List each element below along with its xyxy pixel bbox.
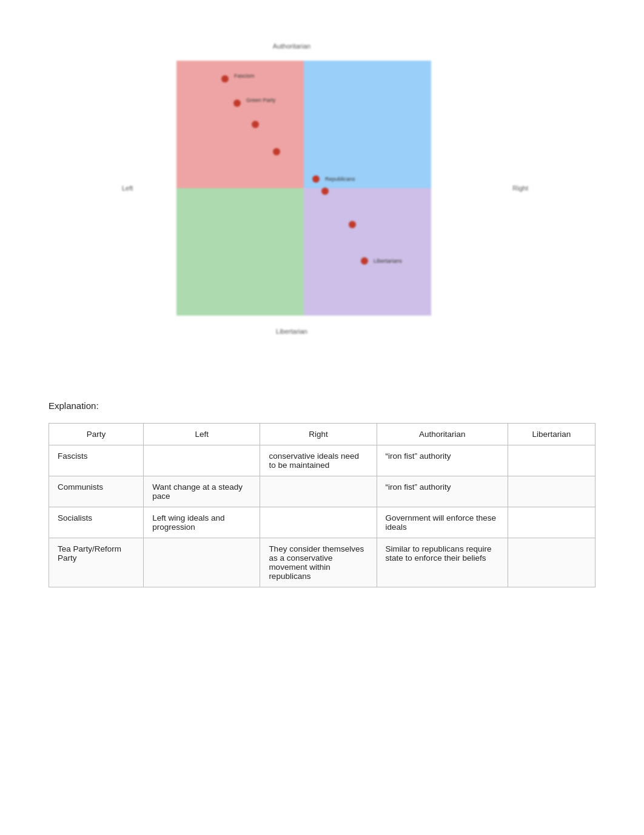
political-compass-chart: Authoritarian Libertarian Left Right Fas… <box>140 24 504 364</box>
quadrant-bottom-right <box>304 188 431 316</box>
cell-libertarian-1 <box>508 476 595 507</box>
axis-label-right: Right <box>512 184 528 192</box>
cell-authoritarian-0: “iron fist” authority <box>377 445 508 476</box>
explanation-label: Explanation: <box>49 401 595 411</box>
cell-party-0: Fascists <box>49 445 144 476</box>
quadrant-top-right <box>304 61 431 188</box>
cell-left-1: Want change at a steady pace <box>144 476 260 507</box>
col-header-authoritarian: Authoritarian <box>377 424 508 445</box>
axis-label-top: Authoritarian <box>273 42 310 50</box>
cell-party-1: Communists <box>49 476 144 507</box>
dot-libertarian <box>361 257 368 265</box>
cell-left-3 <box>144 538 260 587</box>
cell-authoritarian-2: Government will enforce these ideals <box>377 507 508 538</box>
cell-libertarian-0 <box>508 445 595 476</box>
axis-label-left: Left <box>122 184 133 192</box>
cell-party-3: Tea Party/Reform Party <box>49 538 144 587</box>
dot-label-republicans: Republicans <box>325 176 355 182</box>
cell-libertarian-3 <box>508 538 595 587</box>
table-row: Fascistsconservative ideals need to be m… <box>49 445 595 476</box>
dot-teaparty <box>349 221 356 228</box>
table-header-row: Party Left Right Authoritarian Libertari… <box>49 424 595 445</box>
dot-republican <box>321 188 329 195</box>
cell-left-2: Left wing ideals and progression <box>144 507 260 538</box>
cell-libertarian-2 <box>508 507 595 538</box>
cell-party-2: Socialists <box>49 507 144 538</box>
dot-green <box>233 100 241 107</box>
cell-right-0: conservative ideals need to be maintaine… <box>260 445 377 476</box>
table-row: Tea Party/Reform PartyThey consider them… <box>49 538 595 587</box>
cell-right-3: They consider themselves as a conservati… <box>260 538 377 587</box>
cell-right-2 <box>260 507 377 538</box>
quadrant-top-left <box>176 61 304 188</box>
table-row: SocialistsLeft wing ideals and progressi… <box>49 507 595 538</box>
comparison-table: Party Left Right Authoritarian Libertari… <box>49 423 595 587</box>
cell-left-0 <box>144 445 260 476</box>
axis-label-bottom: Libertarian <box>276 328 307 335</box>
cell-authoritarian-1: “iron fist” authority <box>377 476 508 507</box>
col-header-libertarian: Libertarian <box>508 424 595 445</box>
table-row: CommunistsWant change at a steady pace“i… <box>49 476 595 507</box>
cell-right-1 <box>260 476 377 507</box>
dot-label-green: Green Party <box>246 97 276 103</box>
cell-authoritarian-3: Similar to republicans require state to … <box>377 538 508 587</box>
col-header-right: Right <box>260 424 377 445</box>
col-header-left: Left <box>144 424 260 445</box>
dot-label-libertarian: Libertarians <box>374 258 402 264</box>
dot-democrats <box>273 148 280 155</box>
dot-center <box>312 175 320 183</box>
col-header-party: Party <box>49 424 144 445</box>
quadrant-grid: Fascism Green Party Republicans Libertar… <box>176 61 431 316</box>
dot-label-fascism: Fascism <box>234 73 255 79</box>
dot-fascism <box>221 75 229 83</box>
dot-labour <box>252 121 259 128</box>
quadrant-bottom-left <box>176 188 304 316</box>
